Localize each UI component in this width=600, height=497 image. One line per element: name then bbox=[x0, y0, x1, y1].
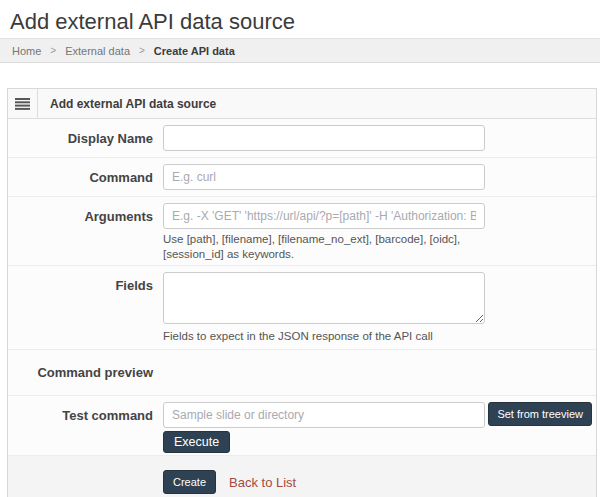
create-button[interactable]: Create bbox=[163, 470, 216, 494]
form-panel: Add external API data source Display Nam… bbox=[7, 88, 597, 497]
command-input[interactable] bbox=[163, 164, 485, 190]
breadcrumb-separator-icon: > bbox=[139, 45, 145, 56]
arguments-label: Arguments bbox=[8, 203, 153, 262]
page-title: Add external API data source bbox=[0, 0, 600, 38]
form-row-command-preview: Command preview bbox=[8, 350, 596, 396]
breadcrumb-home[interactable]: Home bbox=[12, 45, 41, 57]
display-name-label: Display Name bbox=[8, 125, 153, 151]
execute-button[interactable]: Execute bbox=[163, 431, 230, 453]
panel-header: Add external API data source bbox=[8, 89, 596, 119]
breadcrumb-external-data[interactable]: External data bbox=[65, 45, 130, 57]
fields-textarea[interactable] bbox=[163, 272, 485, 324]
arguments-input[interactable] bbox=[163, 203, 485, 229]
form-row-test-command: Test command Execute Set from treeview bbox=[8, 396, 596, 456]
fields-help-text: Fields to expect in the JSON response of… bbox=[163, 329, 493, 344]
set-from-treeview-button[interactable]: Set from treeview bbox=[488, 402, 592, 426]
panel-title: Add external API data source bbox=[50, 97, 216, 111]
test-command-label: Test command bbox=[8, 402, 153, 453]
breadcrumb-current: Create API data bbox=[154, 45, 235, 57]
form-row-display-name: Display Name bbox=[8, 119, 596, 158]
form-row-fields: Fields Fields to expect in the JSON resp… bbox=[8, 266, 596, 350]
form-footer: Create Back to List bbox=[8, 456, 596, 497]
breadcrumb: Home > External data > Create API data bbox=[0, 38, 600, 63]
form-row-arguments: Arguments Use [path], [filename], [filen… bbox=[8, 197, 596, 266]
arguments-help-text: Use [path], [filename], [filename_no_ext… bbox=[163, 232, 493, 262]
form-row-command: Command bbox=[8, 158, 596, 197]
fields-label: Fields bbox=[8, 272, 153, 344]
breadcrumb-separator-icon: > bbox=[50, 45, 56, 56]
display-name-input[interactable] bbox=[163, 125, 485, 151]
test-command-input[interactable] bbox=[163, 402, 485, 428]
hamburger-icon bbox=[15, 98, 30, 110]
command-label: Command bbox=[8, 164, 153, 190]
back-to-list-link[interactable]: Back to List bbox=[229, 475, 296, 490]
command-preview-label: Command preview bbox=[8, 364, 153, 381]
command-preview-value bbox=[163, 364, 596, 381]
panel-menu-button[interactable] bbox=[8, 89, 38, 118]
